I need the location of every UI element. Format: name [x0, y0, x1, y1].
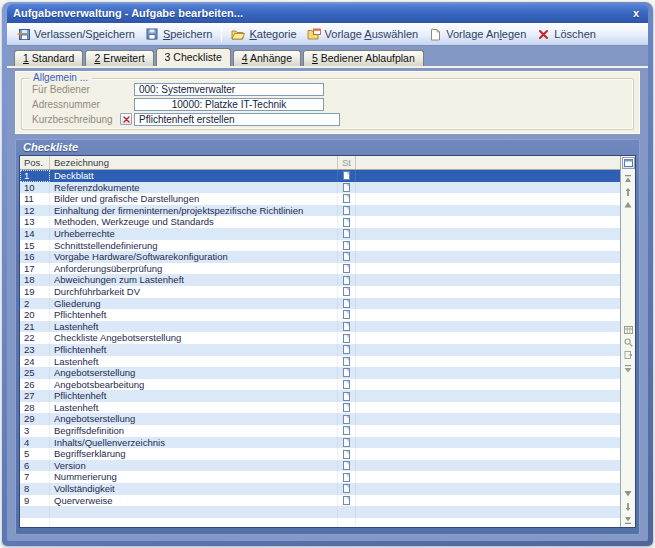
cell-status [338, 402, 356, 414]
cell-status [338, 332, 356, 344]
cell-bezeichnung [50, 518, 338, 527]
category-button[interactable]: Kategorie [226, 26, 301, 43]
cell-pos [20, 506, 50, 518]
adressnummer-field[interactable] [134, 98, 324, 111]
table-row[interactable]: 7Nummerierung [20, 471, 620, 483]
cell-bezeichnung: Version [50, 460, 338, 472]
cell-status [338, 251, 356, 263]
cell-pos: 29 [20, 413, 50, 425]
tab-checkliste[interactable]: 3 Checkliste [156, 48, 231, 66]
table-row[interactable]: 16Vorgabe Hardware/Softwarekonfiguration [20, 251, 620, 263]
save-button[interactable]: Speichern [140, 26, 218, 43]
cell-pos: 25 [20, 367, 50, 379]
table-row[interactable]: 3Begriffsdefinition [20, 425, 620, 437]
table-row[interactable]: 14Urheberrechte [20, 228, 620, 240]
table-row[interactable]: 10Referenzdokumente [20, 182, 620, 194]
document-icon [343, 496, 350, 505]
table-row[interactable]: 20Pflichtenheft [20, 309, 620, 321]
grid-side-toolbar [620, 156, 635, 527]
tab-erweitert[interactable]: 2 Erweitert [85, 50, 153, 66]
table-row[interactable]: 23Pflichtenheft [20, 344, 620, 356]
table-row[interactable]: 22Checkliste Angebotserstellung [20, 332, 620, 344]
column-header-pos[interactable]: Pos. [20, 156, 50, 169]
column-header-status[interactable]: St [338, 156, 356, 169]
table-row[interactable]: 28Lastenheft [20, 402, 620, 414]
field-label-adressnummer: Adressnummer [32, 99, 120, 110]
scroll-page-up-icon[interactable] [623, 187, 634, 196]
select-template-button[interactable]: Vorlage Auswählen [302, 26, 424, 43]
table-row[interactable]: 27Pflichtenheft [20, 390, 620, 402]
scroll-up-icon[interactable] [623, 200, 634, 209]
table-row[interactable]: 11Bilder und grafische Darstellungen [20, 193, 620, 205]
table-row[interactable]: 6Version [20, 460, 620, 472]
cell-bezeichnung: Abweichungen zum Lastenheft [50, 274, 338, 286]
checklist-body: 1Deckblatt10Referenzdokumente11Bilder un… [20, 170, 620, 527]
column-header-bezeichnung[interactable]: Bezeichnung [50, 156, 338, 169]
document-icon [343, 276, 350, 285]
delete-button[interactable]: Löschen [531, 26, 601, 43]
table-row[interactable]: 2Gliederung [20, 298, 620, 310]
cell-filler [356, 390, 620, 402]
table-row[interactable]: 24Lastenheft [20, 356, 620, 368]
create-template-button[interactable]: Vorlage Anlegen [423, 26, 531, 43]
cell-filler [356, 471, 620, 483]
save-and-exit-button[interactable]: Verlassen/Speichern [11, 26, 140, 43]
scroll-first-icon[interactable] [623, 174, 634, 183]
tab-anhaenge[interactable]: 4 Anhänge [233, 50, 301, 66]
grid-view-icon[interactable] [623, 325, 634, 334]
table-row[interactable]: 4Inhalts/Quellenverzeichnis [20, 437, 620, 449]
cell-filler [356, 460, 620, 472]
table-row[interactable]: 8Vollständigkeit [20, 483, 620, 495]
delete-x-icon [536, 28, 550, 41]
cell-bezeichnung: Vorgabe Hardware/Softwarekonfiguration [50, 251, 338, 263]
cell-bezeichnung: Angebotserstellung [50, 367, 338, 379]
table-row[interactable]: 13Methoden, Werkzeuge und Standards [20, 216, 620, 228]
cell-pos: 15 [20, 240, 50, 252]
scroll-down-icon[interactable] [623, 489, 634, 498]
cell-pos: 26 [20, 379, 50, 391]
table-row-empty[interactable] [20, 506, 620, 518]
filter-icon[interactable] [623, 364, 634, 373]
grid-settings-button[interactable] [622, 157, 635, 169]
table-row[interactable]: 25Angebotserstellung [20, 367, 620, 379]
save-exit-icon [16, 28, 30, 41]
document-icon [343, 183, 350, 192]
table-row[interactable]: 5Begriffserklärung [20, 448, 620, 460]
fuer-bediener-field[interactable] [134, 83, 324, 96]
scroll-last-icon[interactable] [623, 515, 634, 524]
title-bar[interactable]: Aufgabenverwaltung - Aufgabe bearbeiten.… [7, 4, 648, 23]
cell-status [338, 286, 356, 298]
table-row-empty[interactable] [20, 518, 620, 527]
close-icon[interactable]: x [631, 7, 641, 19]
table-row[interactable]: 15Schnittstellendefinierung [20, 240, 620, 252]
table-row[interactable]: 26Angebotsbearbeitung [20, 379, 620, 391]
checklist-grid: Pos. Bezeichnung St 1Deckblatt10Referenz… [19, 155, 636, 528]
table-row[interactable]: 29Angebotserstellung [20, 413, 620, 425]
cell-filler [356, 379, 620, 391]
clear-field-button[interactable] [120, 113, 132, 125]
tab-bediener-ablaufplan[interactable]: 5 Bediener Ablaufplan [303, 50, 424, 66]
table-row[interactable]: 18Abweichungen zum Lastenheft [20, 274, 620, 286]
cell-status [338, 321, 356, 333]
kurzbeschreibung-field[interactable] [134, 113, 340, 126]
cell-pos: 4 [20, 437, 50, 449]
cell-filler [356, 518, 620, 527]
scroll-page-down-icon[interactable] [623, 502, 634, 511]
table-row[interactable]: 21Lastenheft [20, 321, 620, 333]
document-icon [343, 194, 350, 203]
table-row[interactable]: 17Anforderungsüberprüfung [20, 263, 620, 275]
desktop-frame: Aufgabenverwaltung - Aufgabe bearbeiten.… [0, 0, 655, 548]
table-row[interactable]: 9Querverweise [20, 495, 620, 507]
cell-status [338, 298, 356, 310]
table-row[interactable]: 12Einhaltung der firmeninternen/projekts… [20, 205, 620, 217]
cell-status [338, 495, 356, 507]
column-header-filler [356, 156, 620, 169]
search-icon[interactable] [623, 338, 634, 347]
table-row[interactable]: 1Deckblatt [20, 170, 620, 182]
table-row[interactable]: 19Durchführbarkeit DV [20, 286, 620, 298]
cell-status [338, 379, 356, 391]
tab-standard[interactable]: 1 Standard [14, 50, 83, 66]
export-icon[interactable] [623, 351, 634, 360]
cell-filler [356, 228, 620, 240]
cell-bezeichnung [50, 506, 338, 518]
